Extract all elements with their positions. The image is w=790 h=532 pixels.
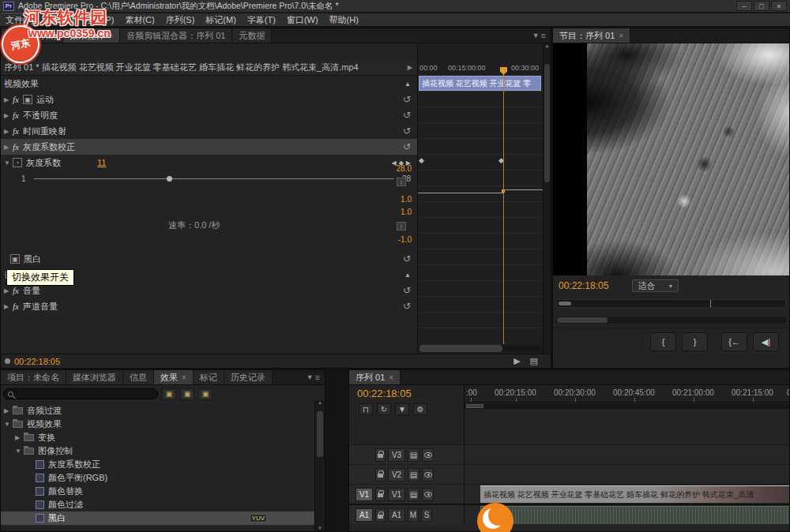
expander-icon[interactable]: ▼	[15, 448, 24, 455]
close-icon[interactable]: ×	[182, 373, 186, 382]
scrollbar-thumb[interactable]	[317, 411, 323, 457]
close-icon[interactable]: ×	[619, 32, 623, 40]
sync-lock-toggle[interactable]: ↻	[377, 403, 391, 415]
mark-in-button[interactable]: {	[650, 332, 676, 351]
keyframe-ruler[interactable]: 00:00 00:15:00:00 00:30:00	[418, 60, 543, 76]
lock-icon[interactable]	[375, 448, 386, 462]
track-content-a1[interactable]	[465, 505, 789, 525]
track-content-v1[interactable]: 插花视频 花艺视频 开业花篮 零基础花艺 婚车插花 鲜花的养护 韩式花束_高清	[465, 485, 789, 504]
tree-item-transform[interactable]: ▶ 变换	[1, 431, 314, 444]
collapse-icon[interactable]: ▶	[408, 64, 414, 71]
panel-menu-button[interactable]: ▼≡	[302, 370, 325, 384]
search-box[interactable]	[3, 388, 158, 399]
tab-markers[interactable]: 标记	[194, 370, 224, 384]
menu-clip[interactable]: 素材(C)	[119, 14, 160, 26]
track-style-icon[interactable]: ▤	[408, 488, 419, 501]
fx-badge-icon[interactable]: fx	[13, 95, 19, 104]
marker-button[interactable]: ▼	[395, 403, 409, 415]
track-name[interactable]: V2	[388, 468, 405, 481]
zoom-thumb[interactable]	[419, 345, 502, 352]
fx-badge-icon[interactable]: fx	[13, 286, 19, 295]
work-area-handle[interactable]	[466, 404, 483, 408]
value-stepper[interactable]: ↕	[397, 178, 406, 186]
effect-row-channel-volume[interactable]: ▶ fx 声道音量 ↺	[1, 298, 417, 314]
program-zoom-bar[interactable]	[556, 317, 786, 324]
video-clip[interactable]: 插花视频 花艺视频 开业花篮 零基础花艺 婚车插花 鲜花的养护 韩式花束_高清	[480, 485, 789, 503]
program-scrub-bar[interactable]	[556, 299, 786, 308]
accelerated-effects-filter-icon[interactable]: ▣	[162, 388, 176, 400]
track-content-v3[interactable]	[465, 445, 789, 464]
menu-file[interactable]: 文件(F)	[0, 14, 40, 26]
keyframe-zoom-bar[interactable]	[419, 345, 541, 352]
minimize-button[interactable]: –	[736, 1, 752, 11]
search-input[interactable]	[17, 390, 153, 399]
timeline-timecode[interactable]: 00:22:18:05	[349, 385, 464, 399]
track-name[interactable]: V3	[388, 448, 405, 462]
step-back-button[interactable]: ◀|	[753, 332, 779, 351]
playhead-line[interactable]	[503, 67, 504, 344]
reset-icon[interactable]: ↺	[403, 253, 411, 264]
menu-project[interactable]: 项目(P)	[80, 14, 120, 26]
expander-icon[interactable]: ▶	[15, 434, 24, 441]
lock-icon[interactable]	[375, 468, 386, 481]
expander-icon[interactable]: ▶	[4, 287, 13, 294]
timeline-ruler[interactable]: :00 00:20:15:00 00:20:30:00 00:20:45:00 …	[465, 385, 789, 403]
reset-icon[interactable]: ↺	[403, 94, 411, 105]
tab-project[interactable]: 项目：未命名	[1, 370, 66, 384]
source-target-a1[interactable]: A1	[356, 508, 373, 522]
param-value[interactable]: 11	[97, 158, 106, 167]
tab-source[interactable]: 源：(无剪辑)	[1, 28, 63, 43]
reset-icon[interactable]: ↺	[403, 110, 411, 121]
mark-out-button[interactable]: }	[682, 332, 708, 351]
track-content-v2[interactable]	[465, 465, 789, 484]
track-output-icon[interactable]	[422, 448, 434, 462]
track-name[interactable]: A1	[388, 508, 405, 522]
track-style-icon[interactable]: ▤	[408, 468, 419, 481]
fx-badge-icon[interactable]: fx	[13, 142, 19, 152]
close-button[interactable]: ×	[771, 1, 787, 11]
mute-button[interactable]: M	[408, 508, 419, 522]
tree-item-gamma-correction[interactable]: 灰度系数校正	[1, 458, 314, 471]
expander-icon[interactable]: ▶	[4, 144, 13, 151]
expander-icon[interactable]: ▼	[4, 421, 13, 428]
tree-item-video-effects[interactable]: ▼ 视频效果	[1, 418, 314, 431]
expander-icon[interactable]: ▼	[4, 159, 13, 167]
maximize-button[interactable]: □	[754, 1, 769, 11]
track-style-icon[interactable]: ▤	[408, 448, 419, 462]
reset-icon[interactable]: ↺	[403, 301, 411, 312]
reset-icon[interactable]: ↺	[403, 141, 411, 152]
tab-history[interactable]: 历史记录	[224, 370, 273, 384]
effect-row-black-white[interactable]: ▣ 黑白 ↺	[1, 251, 417, 267]
menu-marker[interactable]: 标记(M)	[200, 14, 242, 26]
tree-item-audio-transitions[interactable]: ▶ 音频过渡	[1, 404, 314, 418]
tab-program[interactable]: 节目：序列 01×	[553, 28, 630, 43]
scroll-up-icon[interactable]: ▲	[318, 400, 322, 405]
solo-button[interactable]: S	[421, 508, 432, 522]
tab-sequence[interactable]: 序列 01×	[349, 370, 401, 384]
source-target-v1[interactable]: V1	[356, 488, 373, 501]
expander-icon[interactable]: ▶	[4, 112, 13, 119]
track-output-icon[interactable]	[422, 468, 434, 481]
close-icon[interactable]: ×	[389, 373, 393, 382]
scrollbar-thumb[interactable]	[544, 64, 550, 182]
slider-thumb[interactable]	[167, 176, 172, 182]
audio-clip[interactable]	[480, 506, 789, 524]
expander-icon[interactable]: ▶	[4, 128, 13, 135]
tree-item-black-white[interactable]: 黑白 YUV	[1, 511, 314, 525]
menu-help[interactable]: 帮助(H)	[324, 14, 364, 26]
effect-row-time-remap[interactable]: ▶ fx 时间重映射 ↺	[1, 123, 417, 139]
toggle-animation-icon[interactable]: ◔	[13, 158, 22, 167]
value-stepper[interactable]: ↕	[397, 222, 406, 230]
snap-toggle[interactable]: ⊓	[359, 403, 373, 415]
param-row-gamma[interactable]: ▼ ◔ 灰度系数 11 ◀ ◆ ▶	[1, 155, 417, 170]
fx-badge-icon[interactable]: fx	[13, 302, 19, 311]
fx-badge-icon[interactable]: fx	[13, 126, 19, 136]
tree-item-color-balance-rgb[interactable]: 颜色平衡(RGB)	[1, 471, 314, 485]
effect-row-gamma-correction[interactable]: ▶ fx 灰度系数校正 ↺	[1, 139, 417, 155]
collapse-up-icon[interactable]: ▲	[404, 272, 411, 279]
zoom-thumb[interactable]	[557, 317, 608, 323]
effect-row-opacity[interactable]: ▶ fx 不透明度 ↺	[1, 107, 417, 123]
collapse-up-icon[interactable]: ▲	[404, 81, 411, 88]
track-output-icon[interactable]	[422, 488, 434, 501]
tab-media-browser[interactable]: 媒体浏览器	[66, 370, 123, 384]
